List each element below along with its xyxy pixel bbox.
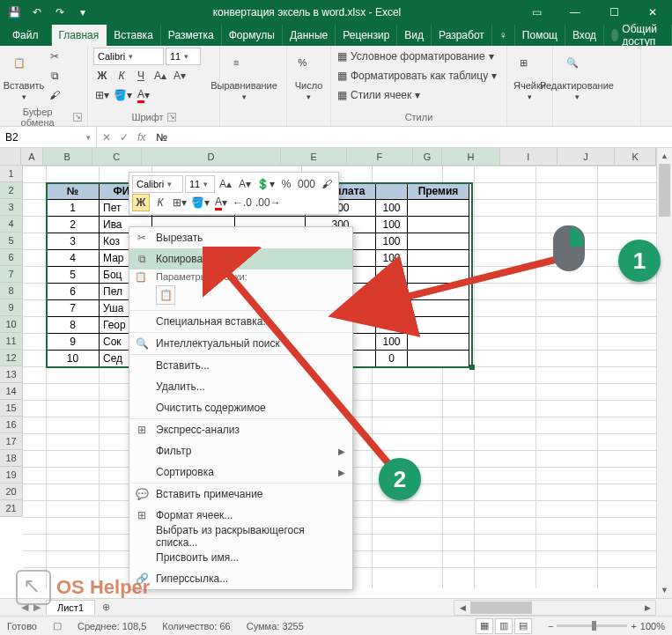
cell-styles-button[interactable]: ▦Стили ячеек▾ — [336, 86, 501, 104]
underline-button[interactable]: Ч — [132, 67, 150, 85]
table-cell[interactable] — [408, 233, 469, 250]
table-cell[interactable]: 3 — [47, 233, 100, 250]
comma-icon[interactable]: 000 — [297, 175, 316, 193]
row-header[interactable]: 1 — [0, 166, 23, 182]
macro-record-icon[interactable]: ▢ — [53, 620, 62, 631]
col-header[interactable]: C — [92, 148, 142, 165]
table-cell[interactable]: 100 — [376, 317, 408, 334]
col-header[interactable]: K — [615, 148, 656, 165]
select-all-corner[interactable] — [0, 148, 21, 165]
col-header[interactable]: A — [21, 148, 42, 165]
col-header[interactable]: F — [347, 148, 413, 165]
table-cell[interactable]: 100 — [376, 267, 408, 284]
scroll-right-icon[interactable]: ▶ — [639, 603, 655, 612]
menu-copy[interactable]: ⧉Копировать — [129, 248, 352, 270]
tab-file[interactable]: Файл — [0, 25, 52, 46]
row-header[interactable]: 4 — [0, 216, 23, 233]
table-cell[interactable]: 10 — [47, 351, 100, 367]
tab-layout[interactable]: Разметка — [161, 25, 222, 46]
table-cell[interactable]: 5 — [47, 267, 100, 284]
italic-button[interactable]: К — [113, 67, 130, 85]
col-header[interactable]: E — [281, 148, 347, 165]
menu-clear[interactable]: Очистить содержимое — [129, 397, 352, 418]
row-header[interactable]: 6 — [0, 249, 23, 266]
inc-decimal-icon[interactable]: ←.0 — [232, 194, 253, 211]
scroll-thumb[interactable] — [470, 602, 532, 614]
row-header[interactable]: 10 — [0, 316, 23, 333]
col-header[interactable]: I — [500, 148, 558, 165]
col-header[interactable]: J — [558, 148, 615, 165]
row-header[interactable]: 18 — [0, 450, 23, 467]
format-painter-icon[interactable]: 🖌 — [318, 175, 336, 193]
zoom-slider[interactable] — [557, 624, 627, 627]
dec-decimal-icon[interactable]: .00→ — [255, 194, 282, 211]
scroll-left-icon[interactable]: ◀ — [454, 603, 470, 612]
table-cell[interactable]: 0 — [376, 351, 408, 367]
formula-input[interactable]: № — [151, 131, 672, 144]
shrink-font-icon[interactable]: A▾ — [236, 175, 254, 193]
accounting-icon[interactable]: 💲▾ — [255, 175, 276, 193]
name-box[interactable]: B2▾ — [0, 127, 97, 147]
row-header[interactable]: 5 — [0, 233, 23, 249]
cells-button[interactable]: ⊞Ячейки▾ — [513, 48, 547, 110]
menu-quick-analysis[interactable]: ⊞Экспресс-анализ — [129, 419, 352, 440]
fx-icon[interactable]: fx — [137, 131, 145, 144]
table-cell[interactable]: 0 — [376, 284, 408, 300]
tab-help[interactable]: Помощ — [515, 25, 565, 46]
table-cell[interactable]: 6 — [47, 284, 100, 300]
format-table-button[interactable]: ▦Форматировать как таблицу▾ — [336, 67, 501, 85]
mini-size-combo[interactable]: 11▾ — [185, 175, 215, 193]
table-cell[interactable]: 100 — [376, 233, 408, 250]
paste-option-default[interactable]: 📋 — [156, 285, 175, 305]
horizontal-scrollbar[interactable]: ◀ ▶ — [454, 600, 656, 616]
font-size-combo[interactable]: 11▾ — [166, 48, 201, 65]
grow-font-icon[interactable]: A▴ — [151, 67, 169, 85]
tab-developer[interactable]: Разработ — [432, 25, 492, 46]
menu-cut[interactable]: ✂Вырезать — [129, 227, 352, 248]
table-cell[interactable] — [408, 267, 469, 284]
borders-icon[interactable]: ⊞▾ — [171, 194, 188, 211]
font-color-icon[interactable]: A▾ — [135, 86, 152, 104]
row-header[interactable]: 21 — [0, 500, 23, 517]
menu-insert[interactable]: Вставить... — [129, 355, 352, 376]
tab-home[interactable]: Главная — [52, 25, 107, 46]
row-header[interactable]: 11 — [0, 333, 23, 350]
tab-view[interactable]: Вид — [397, 25, 432, 46]
minimize-icon[interactable]: — — [556, 0, 594, 25]
row-header[interactable]: 17 — [0, 433, 23, 450]
menu-smart-lookup[interactable]: 🔍Интеллектуальный поиск — [129, 333, 352, 354]
dialog-launcher-icon[interactable] — [167, 113, 176, 122]
bold-button[interactable]: Ж — [132, 194, 150, 211]
table-cell[interactable] — [408, 217, 469, 233]
row-header[interactable]: 8 — [0, 283, 23, 299]
italic-button[interactable]: К — [151, 194, 169, 211]
menu-filter[interactable]: Фильтр▶ — [129, 440, 352, 461]
row-header[interactable]: 2 — [0, 182, 23, 199]
menu-delete[interactable]: Удалить... — [129, 376, 352, 397]
qat-customize-icon[interactable]: ▾ — [72, 2, 93, 23]
mini-font-combo[interactable]: Calibri▾ — [132, 175, 183, 193]
row-header[interactable]: 9 — [0, 299, 23, 316]
table-cell[interactable] — [408, 284, 469, 300]
scroll-thumb[interactable] — [659, 164, 670, 217]
table-cell[interactable] — [408, 317, 469, 334]
table-cell[interactable]: 8 — [47, 317, 100, 334]
menu-format-cells[interactable]: ⊞Формат ячеек... — [129, 505, 352, 526]
percent-icon[interactable]: % — [277, 175, 295, 193]
maximize-icon[interactable]: ☐ — [594, 0, 633, 25]
dialog-launcher-icon[interactable] — [73, 113, 82, 122]
cancel-icon[interactable]: ✕ — [102, 131, 111, 144]
alignment-button[interactable]: ≡Выравнивание▾ — [225, 48, 262, 110]
menu-comment[interactable]: 💬Вставить примечание — [129, 484, 352, 505]
table-cell[interactable] — [408, 250, 469, 267]
font-name-combo[interactable]: Calibri▾ — [93, 48, 164, 65]
menu-dropdown-pick[interactable]: Выбрать из раскрывающегося списка... — [129, 526, 352, 547]
enter-icon[interactable]: ✓ — [120, 131, 129, 144]
row-header[interactable]: 15 — [0, 400, 23, 417]
table-cell[interactable] — [408, 334, 469, 351]
col-header[interactable]: B — [43, 148, 92, 165]
row-header[interactable]: 14 — [0, 383, 23, 400]
table-cell[interactable]: 100 — [376, 217, 408, 233]
tab-insert[interactable]: Вставка — [107, 25, 161, 46]
zoom-level[interactable]: 100% — [640, 621, 665, 631]
